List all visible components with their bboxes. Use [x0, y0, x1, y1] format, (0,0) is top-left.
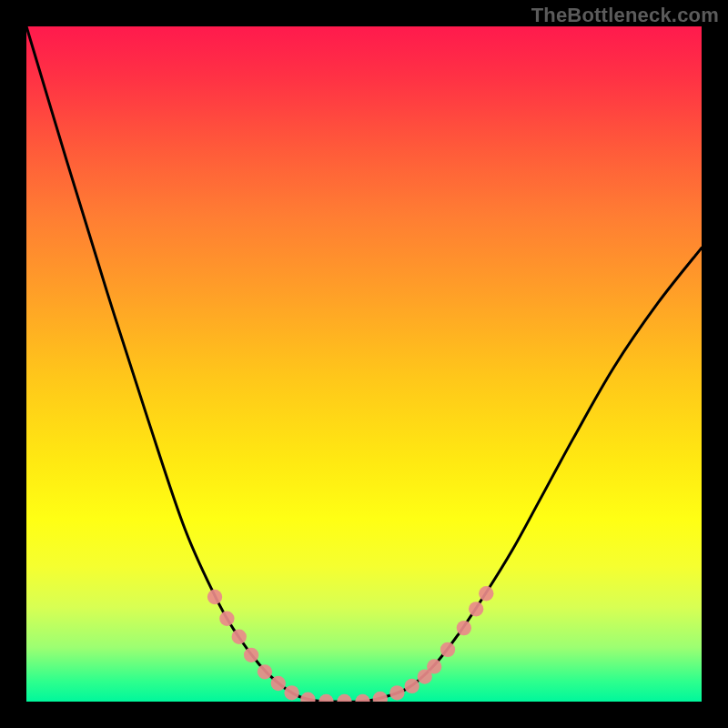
chart-frame: TheBottleneck.com: [0, 0, 728, 728]
watermark-text: TheBottleneck.com: [531, 4, 719, 27]
plot-background-gradient: [26, 26, 702, 702]
